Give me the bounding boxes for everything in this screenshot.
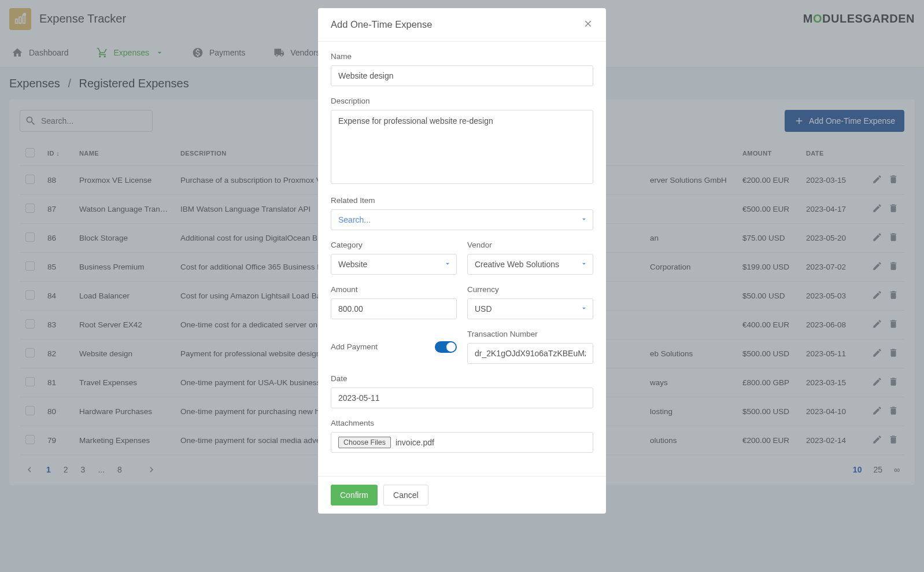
name-field[interactable] bbox=[331, 65, 593, 86]
chevron-down-icon bbox=[580, 304, 588, 314]
vendor-select[interactable]: Creative Web Solutions bbox=[467, 254, 593, 275]
category-label: Category bbox=[331, 241, 457, 249]
txn-label: Transaction Number bbox=[467, 330, 593, 338]
description-label: Description bbox=[331, 97, 593, 105]
name-label: Name bbox=[331, 52, 593, 61]
related-item-select[interactable]: Search... bbox=[331, 209, 593, 230]
date-field[interactable] bbox=[331, 388, 593, 408]
confirm-button[interactable]: Confirm bbox=[331, 485, 378, 494]
attachments-field[interactable]: Choose Files invoice.pdf bbox=[331, 432, 593, 453]
chevron-down-icon bbox=[443, 260, 452, 270]
category-select[interactable]: Website bbox=[331, 254, 457, 275]
close-icon[interactable] bbox=[583, 19, 593, 31]
selected-file-name: invoice.pdf bbox=[396, 438, 434, 447]
date-label: Date bbox=[331, 374, 593, 383]
add-payment-label: Add Payment bbox=[331, 342, 378, 351]
cancel-button[interactable]: Cancel bbox=[383, 485, 428, 494]
modal-title: Add One-Time Expense bbox=[331, 19, 432, 30]
add-payment-toggle[interactable] bbox=[435, 341, 457, 353]
chevron-down-icon bbox=[580, 215, 588, 225]
chevron-down-icon bbox=[580, 260, 588, 270]
amount-field[interactable] bbox=[331, 298, 457, 319]
currency-select[interactable]: USD bbox=[467, 298, 593, 319]
amount-label: Amount bbox=[331, 285, 457, 294]
vendor-label: Vendor bbox=[467, 241, 593, 249]
currency-label: Currency bbox=[467, 285, 593, 294]
modal-overlay[interactable]: Add One-Time Expense Name Description Ex… bbox=[0, 0, 924, 494]
related-item-label: Related Item bbox=[331, 196, 593, 205]
attachments-label: Attachments bbox=[331, 419, 593, 427]
choose-files-button[interactable]: Choose Files bbox=[338, 437, 391, 448]
add-expense-modal: Add One-Time Expense Name Description Ex… bbox=[318, 8, 606, 494]
txn-field[interactable] bbox=[467, 343, 593, 364]
description-field[interactable]: Expense for professional website re-desi… bbox=[331, 110, 593, 184]
